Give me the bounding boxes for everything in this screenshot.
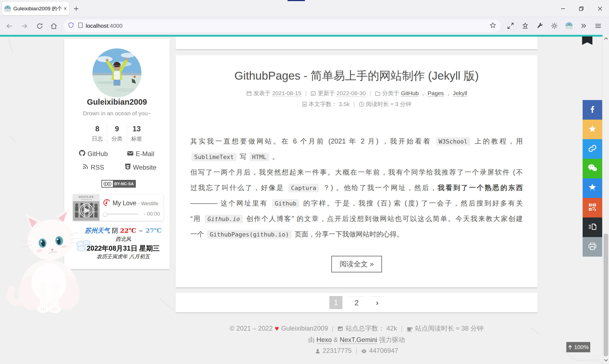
url-port: :4000 [108, 23, 123, 29]
heart-icon: ♥ [273, 324, 281, 332]
pagination-next-icon[interactable]: › [371, 296, 384, 309]
sidebar-link-github[interactable]: GitHub [70, 150, 117, 158]
post-date[interactable]: 2021-08-15 [272, 90, 301, 97]
url-host: localhost [86, 23, 108, 29]
sidebar-link-rss[interactable]: RSS [70, 163, 117, 172]
copy-link-share-button[interactable] [583, 139, 602, 159]
page-info-icon[interactable] [78, 22, 84, 30]
stat-分类[interactable]: 9分类 [107, 124, 126, 145]
next-theme-link[interactable]: NexT.Gemini [340, 336, 377, 344]
qzone-share-button[interactable] [583, 178, 602, 198]
footer-counters-line: 22317775|44706947 [175, 347, 538, 354]
profile-links: GitHubE-MailRSSWebsite [70, 150, 164, 172]
category-link-pages[interactable]: Pages [428, 90, 444, 97]
forward-button[interactable] [21, 23, 28, 30]
inline-code: SublimeText [191, 153, 237, 161]
menu-hamburger-icon[interactable] [595, 22, 602, 30]
text-segment: 一个 [190, 230, 206, 238]
print-share-button[interactable] [583, 237, 602, 257]
inline-code: Captura [288, 184, 319, 192]
sidebar-link-label: RSS [91, 164, 104, 171]
favorite-star-icon [588, 124, 597, 135]
address-bar[interactable]: localhost:4000 [63, 20, 501, 32]
profile-name: Guleixibian2009 [64, 98, 170, 107]
extensions-overflow-icon[interactable] [580, 22, 588, 30]
tracking-protection-shield-icon[interactable] [68, 22, 74, 30]
sidebar-link-e-mail[interactable]: E-Mail [117, 150, 164, 158]
pagination-page-2[interactable]: 2 [350, 296, 363, 309]
site-top-border [0, 35, 602, 37]
sidebar-link-website[interactable]: Website [117, 163, 164, 172]
weather-widget: 苏州天气 阴 22℃ ~ 27℃ 西北风 2022年08月31日 星期三 农历壬… [79, 226, 167, 260]
visitor-count: 22317775 [323, 347, 352, 354]
text-segment: 创作个人博客” 的文章，点开后没想到做网站也可以这么简单。今天我来教大家创建 [244, 215, 523, 222]
settings-gear-icon[interactable] [551, 22, 558, 30]
facebook-share-button[interactable] [583, 100, 602, 120]
post-body-line: 过我忘了叫什么了，好像是 Captura ？) 。他给了我一个网址，然后，我看到… [190, 180, 523, 195]
rss-icon [82, 164, 88, 171]
category-link-jekyll[interactable]: Jekyll [453, 90, 467, 97]
stat-日志[interactable]: 8日志 [88, 124, 107, 145]
visitors-user-icon [315, 349, 320, 354]
back-to-top-button[interactable]: 100% [566, 342, 590, 352]
player-progress-bar[interactable] [103, 214, 139, 214]
qrcode-share-button[interactable] [583, 198, 602, 217]
back-button[interactable] [6, 23, 13, 30]
fullscreen-icon[interactable] [507, 22, 515, 30]
scroll-percent: 100% [574, 344, 589, 350]
progress-knob[interactable] [103, 212, 107, 217]
track-title: My Love - Westlife [113, 200, 158, 207]
weather-line-current: 苏州天气 阴 22℃ ~ 27℃ [79, 226, 167, 236]
reload-button[interactable] [36, 23, 43, 30]
stat-标签[interactable]: 13标签 [127, 124, 146, 145]
profile-avatar[interactable] [565, 22, 573, 30]
new-tab-button[interactable] [72, 4, 81, 13]
site-readtime: 38 分钟 [461, 325, 483, 332]
post-body-line: SublimeText 写 HTML 。 [190, 149, 523, 164]
post-updated-date[interactable]: 2022-08-30 [336, 90, 366, 97]
page-scrollbar[interactable] [602, 35, 609, 364]
clock-icon [359, 101, 364, 107]
print-icon [588, 242, 597, 252]
site-wordcount: 42k [387, 325, 397, 332]
favorite-star-share-button[interactable] [583, 120, 602, 139]
wechat-share-button[interactable] [583, 159, 602, 178]
track-artist: - Westlife [138, 201, 158, 206]
inline-code: Github [272, 199, 299, 208]
hexo-link[interactable]: Hexo [317, 336, 332, 344]
weather-date: 2022年08月31日 星期三 [79, 244, 167, 253]
footer-copyright-line: © 2021 – 2022♥Guleixibian2009|站点总字数： 42k… [175, 324, 538, 333]
text-segment: 过我忘了叫什么了，好像是 [190, 184, 287, 191]
post-body-line: 但写了一两个月后，我突然想起来一件事。大概在一年前，我有个同学给我推荐了一个录屏… [190, 164, 523, 180]
bookmark-star-icon[interactable] [489, 22, 496, 30]
qzone-icon [588, 183, 597, 193]
category-link-github[interactable]: GitHub [401, 90, 419, 97]
tab-title: Guleixibian2009 的个人博客~ [13, 5, 62, 12]
bookmark-ribbon-icon[interactable] [582, 36, 592, 45]
player-time: - 00:00 [144, 211, 160, 217]
save-to-collection-icon[interactable] [522, 22, 529, 30]
window-restore-button[interactable] [576, 4, 586, 14]
folder-icon [375, 91, 381, 96]
pagination-page-1[interactable]: 1 [329, 296, 342, 309]
reading-mode-share-button[interactable] [583, 217, 602, 237]
wrench-icon[interactable] [536, 22, 544, 30]
window-close-button[interactable] [595, 4, 605, 14]
weather-city: 苏州天气 [85, 227, 110, 234]
scrollbar-thumb[interactable] [604, 234, 608, 356]
text-segment: 其实我一直想要做网站。在 6 个月前 (2021 年 2 月) ，我开始看着 [190, 137, 435, 145]
svg-text:THE GREATEST HITS: THE GREATEST HITS [81, 199, 92, 200]
tab-close-icon[interactable]: × [64, 5, 67, 12]
scrollbar-up-arrow[interactable] [603, 35, 609, 42]
window-minimize-button[interactable] [558, 4, 568, 14]
post-body-line: “用 Github.io 创作个人博客” 的文章，点开后没想到做网站也可以这么简… [190, 211, 523, 226]
wordcount-file-icon [302, 101, 307, 107]
read-more-button[interactable]: 阅读全文 » [331, 256, 382, 272]
cc-license-badge[interactable]: BY-NC-SA [101, 180, 136, 188]
page-views: 44706947 [369, 347, 398, 354]
github-icon [79, 150, 85, 158]
browser-tab[interactable]: Guleixibian2009 的个人博客~ × [2, 2, 69, 15]
home-button[interactable] [50, 23, 57, 30]
scrollbar-down-arrow[interactable] [603, 357, 609, 363]
text-segment: ？) 。他给了我一个网址，然后， [320, 184, 438, 191]
